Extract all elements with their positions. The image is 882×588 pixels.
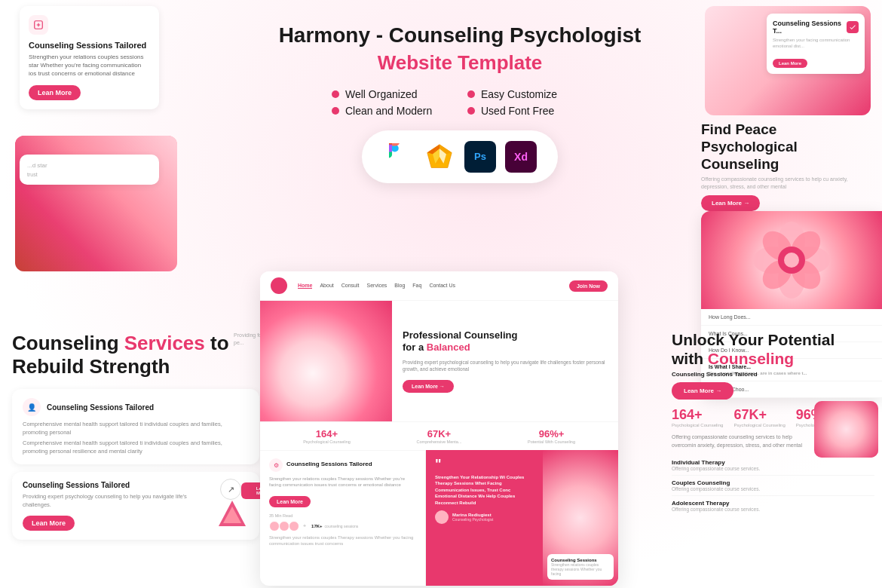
big-heading: Counseling Services to Rebuild Strength [0, 332, 271, 378]
unlock-line2: with [672, 350, 703, 367]
quote-text: Strengthen Your Relationship Wi Couples … [435, 474, 534, 506]
feature-item-3: Clean and Modern [332, 105, 452, 117]
tools-bar: Ps Xd [362, 130, 558, 183]
quote-avatar [435, 510, 449, 524]
left-top-card: Counseling Sessions Tailored Strengthen … [20, 6, 159, 109]
preview-right-image: Counseling Sessions Strengthen relations… [543, 450, 618, 586]
center-section: Harmony - Counseling Psychologist Websit… [241, 0, 678, 195]
therapy-desc-2: Offering compassionate course services. [672, 486, 874, 492]
feature-label-2: Easy Customize [481, 88, 557, 100]
sessions-card-text: Strengthen your relations couples Therap… [269, 476, 416, 488]
therapy-name-1: Individual Therapy [672, 459, 874, 466]
therapy-list: Individual Therapy Offering compassionat… [672, 455, 874, 516]
user-count: 17K+ [311, 524, 323, 528]
badge-text: Strengthen relations couples therapy ses… [551, 562, 610, 576]
service-card-1: 👤 Counseling Sessions Tailored Comprehen… [12, 389, 259, 464]
right-top-image: Counseling Sessions T... Strengthen your… [705, 6, 871, 115]
left-mid-text2: trust [27, 172, 152, 177]
stat-num-1: 164+ [271, 428, 383, 439]
unlock-learn-btn[interactable]: Lean More → [672, 382, 733, 400]
user-plus: + [303, 523, 306, 528]
feature-dot-4 [467, 107, 475, 115]
big-heading-line2: to [205, 332, 229, 354]
photoshop-icon: Ps [464, 141, 496, 173]
author-role: Counseling Psychologist [452, 517, 493, 522]
unlock-img-bg [814, 401, 878, 458]
hero-line2: for a [403, 341, 424, 353]
preview-quote-card: " Strengthen Your Relationship Wi Couple… [426, 450, 543, 586]
main-title: Harmony - Counseling Psychologist [241, 23, 678, 48]
user-avatar-3 [289, 521, 299, 531]
xd-icon: Xd [505, 141, 537, 173]
faq-item-1[interactable]: How Long Does... [701, 309, 882, 326]
preview-users: + 17K+ counseling sessions [269, 521, 416, 531]
feature-dot-1 [332, 90, 339, 98]
preview-hero-image [260, 301, 392, 421]
nav-faq[interactable]: Faq [412, 283, 421, 289]
therapy-desc-3: Offering compassionate course services. [672, 507, 874, 512]
service-text-1a: Comprehensive mental health support tail… [23, 421, 249, 436]
therapy-name-3: Adolescent Therapy [672, 500, 874, 507]
right-bottom-section: Unlock Your Potential with Counseling Co… [660, 330, 882, 516]
left-card-title: Counseling Sessions Tailored [29, 41, 150, 50]
service-text-2: Providing expert psychology counseling t… [23, 493, 210, 509]
preview-sessions-card: ⚙ Counseling Sessions Tailored Strengthe… [260, 450, 426, 586]
left-mid-text: ...d star [27, 162, 152, 169]
unlock-heading: Unlock Your Potential with Counseling [672, 330, 874, 368]
feature-label-3: Clean and Modern [345, 105, 432, 117]
feature-item-4: Used Font Free [467, 105, 588, 117]
unlock-line1: Unlock Your Potential [672, 331, 835, 348]
sessions-learn-btn[interactable]: Lean More [269, 496, 311, 507]
unlock-right-image [814, 401, 878, 458]
preview-hero-content: Professional Counseling for a Balanced P… [392, 301, 618, 421]
sketch-icon [424, 141, 455, 173]
feature-item-2: Easy Customize [467, 88, 588, 100]
features-grid: Well Organized Easy Customize Clean and … [332, 88, 588, 117]
user-avatar-2 [279, 521, 289, 531]
quote-author-info: Marina Rediugiest Counseling Psychologis… [452, 513, 493, 522]
service-learn-btn[interactable]: Lean More [23, 516, 75, 531]
counseling-badge: Counseling Sessions Strengthen relations… [547, 554, 614, 580]
nav-services[interactable]: Services [366, 283, 387, 289]
arrow-button[interactable]: ↗ [220, 479, 241, 500]
unlock-stat-num-1: 164+ [672, 407, 723, 423]
therapy-item-1: Individual Therapy Offering compassionat… [672, 455, 874, 476]
nav-home[interactable]: Home [298, 283, 312, 289]
big-heading-pink: Services [124, 332, 205, 354]
nav-contact[interactable]: Contact Us [429, 283, 455, 289]
preview-learn-btn[interactable]: Lean More → [403, 380, 454, 393]
unlock-stat-2: 67K+ Psychological Counseling [733, 407, 785, 427]
right-top-card: Counseling Sessions T... Strengthen your… [767, 14, 865, 74]
nav-consult[interactable]: Consult [341, 283, 360, 289]
faq-label-1: How Long Does... [709, 314, 751, 320]
preview-logo [271, 277, 287, 294]
website-preview: Home About Consult Services Blog Faq Con… [260, 271, 618, 586]
find-peace-learn-btn[interactable]: Lean More → [701, 195, 760, 211]
left-card-text: Strengthen your relations couples sessio… [29, 53, 150, 78]
stat-1: 164+ Psychological Counseling [271, 428, 383, 444]
nav-blog[interactable]: Blog [394, 283, 405, 289]
right-card-learn-btn[interactable]: Lean More [773, 59, 807, 68]
join-now-btn[interactable]: Join Now [569, 280, 608, 292]
stat-2: 67K+ Comprehensive Menta... [383, 428, 495, 444]
main-subtitle: Website Template [241, 51, 678, 75]
feature-label-1: Well Organized [345, 88, 417, 100]
unlock-subtitle: Counseling Sessions Tailored [672, 371, 874, 378]
unlock-stat-1: 164+ Psychological Counseling [672, 407, 723, 427]
preview-quote-author: Marina Rediugiest Counseling Psychologis… [435, 510, 534, 524]
big-heading-line3: Rebuild Strength [12, 355, 170, 378]
nav-about[interactable]: About [320, 283, 333, 289]
user-label: counseling sessions [325, 524, 359, 528]
find-peace-title: Find Peace Psychological Counseling [701, 121, 873, 173]
preview-hero-title: Professional Counseling for a Balanced [403, 329, 608, 355]
preview-time: 35 Min Read [269, 513, 416, 518]
figma-icon [383, 141, 415, 173]
right-card-title: Counseling Sessions T... [773, 20, 843, 35]
find-peace-desc: Offering compassionate counseling servic… [701, 176, 873, 191]
find-peace-title-text: Find Peace Psychological Counseling [701, 121, 798, 172]
left-card-learn-btn[interactable]: Lean More [29, 85, 81, 100]
unlock-stat-num-2: 67K+ [733, 407, 785, 423]
faq-flower-image [701, 211, 882, 309]
left-bottom-section: Counseling Services to Rebuild Strength … [0, 332, 271, 547]
feature-dot-2 [467, 90, 475, 98]
